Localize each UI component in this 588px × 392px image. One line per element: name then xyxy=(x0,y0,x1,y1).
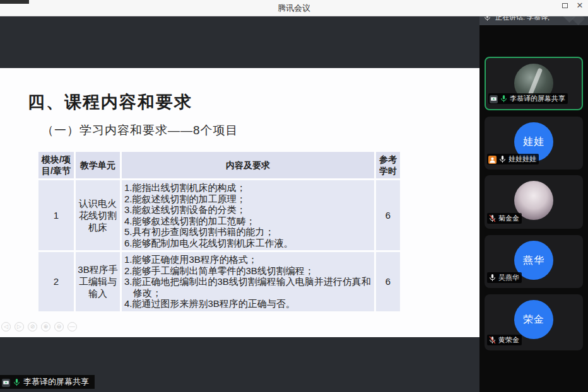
cell-hours: 6 xyxy=(376,180,400,250)
cell-unit: 3B程序手工编辑与输入 xyxy=(76,252,120,311)
next-slide-button[interactable]: ▷ xyxy=(15,322,24,331)
participant-tile[interactable]: 燕华 吴燕华 xyxy=(485,235,583,288)
avatar: 荣金 xyxy=(514,300,553,339)
header-unit: 教学单元 xyxy=(76,152,120,178)
screen-share-area: 四、课程内容和要求 （一）学习内容和要求——8个项目 模块/项目/章节 教学单元… xyxy=(0,16,479,392)
content-line: 1.能指出线切割机床的构成； xyxy=(124,182,372,193)
table-row: 2 3B程序手工编辑与输入 1.能够正确使用3B程序的格式； 2.能够手工编制出… xyxy=(38,252,400,311)
window-restore-button[interactable] xyxy=(559,1,570,11)
cell-module: 2 xyxy=(38,252,74,311)
cell-module: 1 xyxy=(38,180,74,250)
restore-icon xyxy=(562,3,568,8)
participant-name: 李慕译的屏幕共享 xyxy=(510,94,565,103)
mic-muted-icon xyxy=(488,214,497,222)
window-title: 腾讯会议 xyxy=(0,3,588,14)
participant-name: 吴燕华 xyxy=(498,273,519,282)
annotation-toolbar: ◁ ▷ ⊘ ⊕ ⊖ — xyxy=(1,322,77,331)
zoom-in-button[interactable]: ⊕ xyxy=(41,322,50,331)
mic-on-icon xyxy=(488,274,497,282)
member-badge-icon xyxy=(488,155,497,163)
participant-name-label: 吴燕华 xyxy=(487,272,522,283)
cell-hours: 6 xyxy=(376,252,400,311)
header-content: 内容及要求 xyxy=(122,152,374,178)
cell-unit: 认识电火花线切割机床 xyxy=(76,180,120,250)
participant-name: 黄荣金 xyxy=(498,335,519,345)
content-line: 6.能够配制加电火花线切割机床工作液。 xyxy=(124,238,372,249)
screen-share-status-pill: 李慕译的屏幕共享 xyxy=(0,375,95,389)
cell-content: 1.能够正确使用3B程序的格式； 2.能够手工编制出简单零件的3B线切割编程； … xyxy=(122,252,374,311)
mic-muted-icon xyxy=(488,336,497,344)
header-hours: 参考学时 xyxy=(376,152,400,178)
share-status-text: 李慕译的屏幕共享 xyxy=(23,376,89,388)
content-line: 5.具有初步查阅线切割书籍的能力； xyxy=(124,226,372,238)
participant-tile[interactable]: 荣金 黄荣金 xyxy=(485,294,583,350)
hide-toolbar-button[interactable]: — xyxy=(68,322,77,331)
mic-on-icon xyxy=(498,155,507,163)
table-row: 1 认识电火花线切割机床 1.能指出线切割机床的构成； 2.能叙述线切割的加工原… xyxy=(38,180,400,250)
participant-tile[interactable]: 菊金金 xyxy=(485,175,583,229)
participant-name-label: 娃娃娃娃 xyxy=(487,154,539,164)
mic-on-icon xyxy=(13,378,21,386)
content-line: 4.能够叙述线切割的加工范畴； xyxy=(124,216,372,227)
mic-on-icon xyxy=(500,95,508,103)
participant-tile[interactable]: 娃娃 娃娃娃娃 xyxy=(485,117,583,170)
participant-name-label: 菊金金 xyxy=(487,213,522,224)
course-table: 模块/项目/章节 教学单元 内容及要求 参考学时 1 认识电火花线切割机床 1.… xyxy=(37,150,402,313)
participants-sidebar: 正在讲话: 李慕译; 李慕译的屏幕共享 娃娃 xyxy=(479,9,588,392)
content-line: 3.能正确地把编制出的3B线切割编程输入电脑并进行仿真和修改； xyxy=(124,276,372,298)
participant-name-label: 李慕译的屏幕共享 xyxy=(488,93,568,104)
participant-name-label: 黄荣金 xyxy=(487,335,522,345)
content-line: 1.能够正确使用3B程序的格式； xyxy=(124,254,372,265)
header-module: 模块/项目/章节 xyxy=(38,152,74,178)
slide-subtitle: （一）学习内容和要求——8个项目 xyxy=(42,122,238,139)
tencent-meeting-window: 腾讯会议 ✕ 四、课程内容和要求 （一）学习内容和要求——8个项目 模块/项目/… xyxy=(0,0,588,392)
window-close-button[interactable]: ✕ xyxy=(574,1,585,11)
content-line: 2.能叙述线切割的加工原理； xyxy=(124,193,372,205)
participant-name: 菊金金 xyxy=(498,214,519,223)
window-titlebar[interactable]: 腾讯会议 ✕ xyxy=(0,0,588,16)
slide-title: 四、课程内容和要求 xyxy=(28,91,192,113)
pen-tool-button[interactable]: ⊘ xyxy=(28,322,37,331)
content-line: 3.能叙述线切割设备的分类； xyxy=(124,204,372,216)
participant-name: 娃娃娃娃 xyxy=(509,154,536,164)
content-line: 4.能通过图形来辨别3B程序的正确与否。 xyxy=(124,298,372,309)
content-line: 2.能够手工编制出简单零件的3B线切割编程； xyxy=(124,265,372,277)
zoom-out-button[interactable]: ⊖ xyxy=(54,322,64,331)
screen-share-icon xyxy=(490,95,498,103)
prev-slide-button[interactable]: ◁ xyxy=(1,322,11,331)
table-header-row: 模块/项目/章节 教学单元 内容及要求 参考学时 xyxy=(38,152,400,178)
cell-content: 1.能指出线切割机床的构成； 2.能叙述线切割的加工原理； 3.能叙述线切割设备… xyxy=(122,180,374,250)
participant-tile-sharer[interactable]: 李慕译的屏幕共享 xyxy=(485,57,583,110)
screen-share-icon xyxy=(2,378,10,386)
presentation-slide: 四、课程内容和要求 （一）学习内容和要求——8个项目 模块/项目/章节 教学单元… xyxy=(0,68,479,337)
